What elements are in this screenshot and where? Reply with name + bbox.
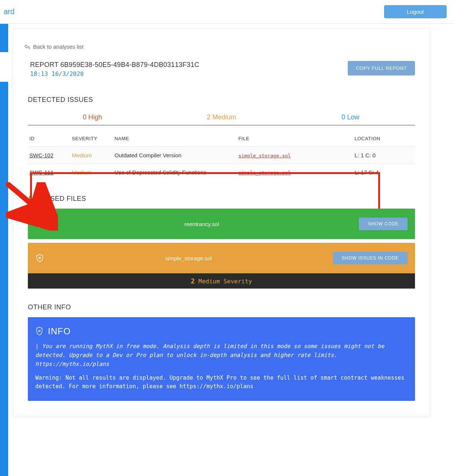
col-name: NAME (113, 133, 237, 147)
issue-id-link[interactable]: SWC-111 (29, 169, 53, 176)
tab-medium[interactable]: 2 Medium (157, 110, 286, 125)
back-link[interactable]: Back to analyses list (24, 44, 415, 50)
show-issues-in-code-button[interactable]: SHOW ISSUES IN CODE (333, 252, 408, 264)
left-sidebar-strip (0, 24, 8, 476)
col-location: LOCATION (353, 133, 415, 147)
info-box: INFO | You are running MythX in free mod… (28, 317, 415, 401)
other-info-title: OTHER INFO (28, 303, 415, 311)
col-file: FILE (237, 133, 353, 147)
brand-text: ard (4, 7, 14, 16)
file-name: simple_storage.sol (44, 255, 333, 261)
file-card-clean: reentrancy.sol SHOW CODE (28, 209, 415, 239)
file-link[interactable]: simple_storage.sol (239, 153, 291, 158)
table-row: SWC-111 Medium Use of Deprecated Solidit… (28, 164, 415, 181)
report-timestamp: 18:13 16/3/2020 (30, 70, 200, 77)
bell-icon (35, 219, 44, 228)
main-content: Back to analyses list REPORT 6B959E38-50… (13, 28, 430, 416)
issue-name: Outdated Compiler Version (113, 147, 237, 164)
info-message-secondary: Warning: Not all results are displayed. … (35, 374, 408, 390)
logout-button[interactable]: Logout (384, 5, 447, 18)
shield-x-icon (35, 254, 44, 263)
shield-x-icon (35, 327, 43, 336)
issues-table: ID SEVERITY NAME FILE LOCATION SWC-102 M… (28, 133, 415, 181)
analysed-files-title: ANALYSED FILES (28, 195, 415, 203)
severity-value: Medium (72, 152, 92, 158)
detected-issues-title: DETECTED ISSUES (28, 96, 415, 104)
back-link-label: Back to analyses list (33, 44, 84, 50)
issue-name: Use of Deprecated Solidity Functions (113, 164, 237, 181)
tab-low[interactable]: 0 Low (286, 110, 415, 125)
severity-summary-bar: 2 Medium Severity (28, 273, 415, 289)
table-row: SWC-102 Medium Outdated Compiler Version… (28, 147, 415, 164)
severity-tabs: 0 High 2 Medium 0 Low (28, 110, 415, 125)
location-value: L: 17 C: 4 (353, 164, 415, 181)
show-code-button[interactable]: SHOW CODE (359, 218, 408, 230)
info-header: INFO (35, 326, 408, 337)
report-title: REPORT 6B959E38-50E5-49B4-B879-4DB03113F… (30, 61, 200, 69)
topbar: ard Logout (0, 0, 454, 24)
file-name: reentrancy.sol (44, 221, 359, 227)
reply-arrow-icon (24, 44, 30, 49)
info-heading-text: INFO (48, 326, 71, 337)
copy-full-report-button[interactable]: COPY FULL REPORT (348, 61, 415, 75)
col-severity: SEVERITY (71, 133, 113, 147)
info-message-primary: | You are running MythX in free mode. An… (35, 342, 408, 369)
file-link[interactable]: simple_storage.sol (239, 170, 291, 176)
severity-label: Medium Severity (195, 278, 252, 285)
severity-count: 2 (191, 277, 195, 285)
file-card-issues: simple_storage.sol SHOW ISSUES IN CODE (28, 243, 415, 273)
report-header: REPORT 6B959E38-50E5-49B4-B879-4DB03113F… (28, 61, 415, 77)
issue-id-link[interactable]: SWC-102 (29, 152, 53, 158)
location-value: L: 1 C: 0 (353, 147, 415, 164)
left-sidebar-gap (0, 52, 8, 82)
tab-high[interactable]: 0 High (28, 110, 157, 125)
severity-value: Medium (72, 169, 92, 176)
col-id: ID (28, 133, 71, 147)
